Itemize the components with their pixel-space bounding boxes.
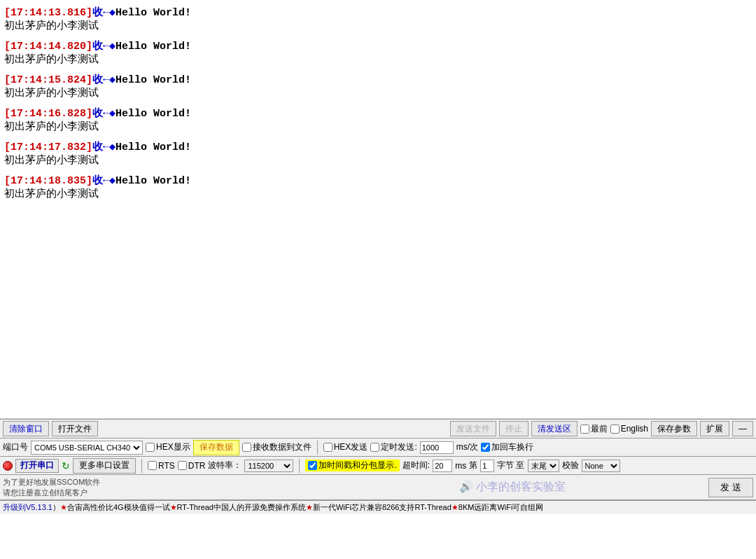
english-label: English — [621, 424, 648, 434]
status-item-3: 新一代WiFi芯片兼容8266支持RT-Thread — [313, 502, 451, 513]
log-message: Hello World! — [115, 142, 191, 153]
save-params-button[interactable]: 保存参数 — [651, 421, 697, 436]
log-entry: [17:14:18.835]收←◆Hello World!初出茅庐的小李测试 — [4, 174, 752, 200]
hex-send-group: HEX发送 — [323, 441, 368, 453]
baud-select[interactable]: 115200 — [244, 460, 293, 472]
byte-start-label: 第 — [469, 460, 477, 471]
log-timestamp: [17:14:13.816] — [4, 7, 92, 19]
more-ports-button[interactable]: 更多串口设置 — [73, 458, 136, 474]
minus-button[interactable]: — — [732, 421, 753, 436]
log-message: Hello World! — [115, 41, 191, 53]
log-direction: 收←◆ — [92, 142, 115, 153]
checksum-label: 校验 — [562, 460, 579, 471]
timestamp-checkbox[interactable] — [308, 461, 317, 470]
send-button[interactable]: 发 送 — [708, 478, 753, 497]
checksum-select[interactable]: None — [582, 460, 620, 472]
stop-button[interactable]: 停止 — [499, 421, 528, 436]
log-timestamp: [17:14:18.835] — [4, 175, 92, 187]
log-direction: 收←◆ — [92, 108, 115, 120]
timeout-label: 超时间: — [402, 460, 430, 471]
log-entry: [17:14:16.828]收←◆Hello World!初出茅庐的小李测试 — [4, 106, 752, 133]
status-item-2: RT-Thread中国人的开源免费操作系统 — [177, 502, 306, 513]
last-checkbox[interactable] — [580, 425, 589, 434]
timeout-unit-label: ms — [455, 461, 466, 471]
baud-label: 波特率： — [208, 460, 241, 471]
english-checkbox[interactable] — [610, 425, 620, 434]
receive-to-file-label: 接收数据到文件 — [253, 441, 312, 453]
status-item-1: 合宙高性价比4G模块值得一试 — [67, 502, 170, 513]
log-chinese: 初出茅庐的小李测试 — [4, 86, 752, 99]
timed-send-label: 定时发送: — [381, 441, 416, 453]
byte-unit-label: 字节 至 — [497, 460, 524, 471]
toolbar-row-1: 清除窗口 打开文件 发送文件 停止 清发送区 最前 English 保存参数 扩… — [0, 419, 756, 439]
log-direction: 收←◆ — [92, 41, 115, 53]
interval-input[interactable] — [420, 441, 454, 454]
dtr-group: DTR — [178, 461, 206, 471]
refresh-icon[interactable]: ↻ — [62, 460, 70, 471]
rts-label: RTS — [158, 461, 175, 471]
open-port-button[interactable]: 打开串口 — [15, 459, 59, 473]
byte-start-input[interactable] — [480, 460, 494, 472]
add-return-checkbox[interactable] — [481, 443, 490, 452]
log-direction: 收←◆ — [92, 7, 115, 19]
status-item-4: 8KM远距离WiFi可自组网 — [458, 502, 544, 513]
watermark-area: 🔊 小李的创客实验室 — [286, 480, 706, 495]
timed-send-checkbox[interactable] — [370, 443, 379, 452]
rts-group: RTS — [148, 461, 175, 471]
receive-to-file-checkbox[interactable] — [242, 443, 251, 452]
user-info-text: 为了更好地发展SSCOM软件 请您注册嘉立创结尾客户 — [3, 477, 283, 497]
log-direction: 收←◆ — [92, 175, 115, 187]
timed-send-group: 定时发送: — [370, 441, 416, 453]
rts-checkbox[interactable] — [148, 461, 157, 470]
terminal-area: [17:14:13.816]收←◆Hello World!初出茅庐的小李测试[1… — [0, 0, 756, 419]
toolbar-row-2: 端口号 COM5 USB-SERIAL CH340 HEX显示 保存数据 接收数… — [0, 439, 756, 457]
port-label: 端口号 — [3, 441, 28, 453]
clear-send-button[interactable]: 清发送区 — [531, 421, 578, 436]
log-direction: 收←◆ — [92, 74, 115, 86]
port-select[interactable]: COM5 USB-SERIAL CH340 — [31, 441, 143, 455]
hex-send-checkbox[interactable] — [323, 443, 332, 452]
receive-to-file-group: 接收数据到文件 — [242, 441, 312, 453]
expand-button[interactable]: 扩展 — [700, 421, 729, 436]
log-timestamp: [17:14:16.828] — [4, 108, 92, 120]
log-chinese: 初出茅庐的小李测试 — [4, 19, 752, 32]
log-message: Hello World! — [115, 108, 191, 120]
hex-send-label: HEX发送 — [334, 441, 368, 453]
log-chinese: 初出茅庐的小李测试 — [4, 153, 752, 167]
save-data-button[interactable]: 保存数据 — [193, 440, 239, 455]
dtr-label: DTR — [188, 461, 206, 471]
clear-window-button[interactable]: 清除窗口 — [3, 421, 49, 436]
status-separator-1: ） — [52, 502, 60, 513]
add-return-group: 加回车换行 — [481, 441, 533, 453]
upgrade-link[interactable]: 升级到V5.13.1 — [3, 502, 52, 513]
open-file-button[interactable]: 打开文件 — [52, 421, 98, 436]
send-area: 为了更好地发展SSCOM软件 请您注册嘉立创结尾客户 🔊 小李的创客实验室 发 … — [0, 475, 756, 500]
hex-display-group: HEX显示 — [146, 441, 190, 453]
log-entry: [17:14:14.820]收←◆Hello World!初出茅庐的小李测试 — [4, 39, 752, 66]
status-bar: 升级到V5.13.1 ） ★ 合宙高性价比4G模块值得一试 ★ RT-Threa… — [0, 500, 756, 514]
interval-unit-label: ms/次 — [456, 441, 478, 453]
timestamp-group: 加时间戳和分包显示. — [305, 460, 399, 471]
send-file-button[interactable]: 发送文件 — [450, 421, 496, 436]
english-checkbox-group: English — [610, 424, 648, 434]
log-timestamp: [17:14:14.820] — [4, 41, 92, 53]
log-chinese: 初出茅庐的小李测试 — [4, 53, 752, 66]
log-message: Hello World! — [115, 175, 191, 187]
log-entry: [17:14:13.816]收←◆Hello World!初出茅庐的小李测试 — [4, 6, 752, 32]
last-label: 最前 — [591, 423, 608, 435]
log-chinese: 初出茅庐的小李测试 — [4, 187, 752, 200]
port-status-indicator — [3, 461, 13, 471]
log-timestamp: [17:14:15.824] — [4, 74, 92, 86]
dtr-checkbox[interactable] — [178, 461, 187, 470]
timeout-input[interactable] — [433, 460, 452, 472]
log-chinese: 初出茅庐的小李测试 — [4, 120, 752, 133]
last-checkbox-group: 最前 — [580, 423, 608, 435]
log-message: Hello World! — [115, 7, 191, 19]
log-timestamp: [17:14:17.832] — [4, 142, 92, 153]
hex-display-label: HEX显示 — [156, 441, 190, 453]
hex-display-checkbox[interactable] — [146, 443, 155, 452]
log-entry: [17:14:15.824]收←◆Hello World!初出茅庐的小李测试 — [4, 73, 752, 99]
byte-end-select[interactable]: 末尾 — [528, 460, 559, 472]
add-return-label: 加回车换行 — [491, 441, 533, 453]
watermark-text: 🔊 小李的创客实验室 — [459, 480, 566, 495]
